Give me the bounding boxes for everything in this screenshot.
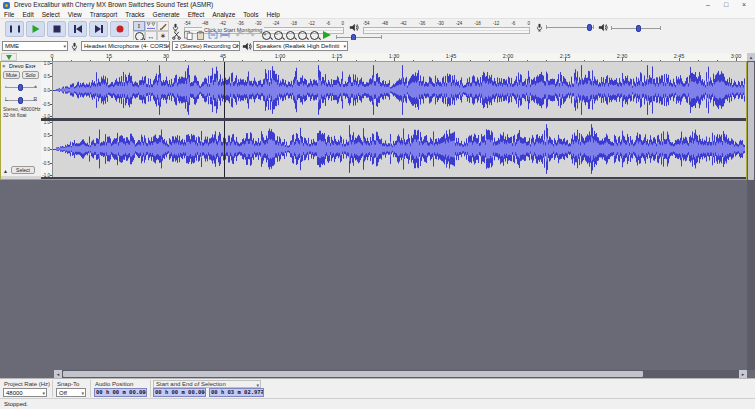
horizontal-scroll-thumb[interactable] bbox=[63, 371, 643, 377]
selection-end-field[interactable]: 00 h 03 m 02.977 s bbox=[209, 388, 264, 397]
project-rate-select[interactable]: 48000 bbox=[3, 388, 47, 397]
timeline-label: 2:15 bbox=[560, 53, 571, 59]
fit-selection-button[interactable] bbox=[284, 30, 296, 40]
zoom-out-button[interactable]: − bbox=[272, 30, 284, 40]
minimize-button[interactable]: – bbox=[700, 0, 716, 10]
gain-slider[interactable]: - + bbox=[5, 87, 37, 88]
skip-to-start-button[interactable] bbox=[68, 21, 87, 37]
scroll-up-icon[interactable]: ▴ bbox=[747, 53, 755, 61]
mixer-mic-icon-wrap bbox=[536, 22, 543, 33]
pause-icon bbox=[10, 26, 20, 33]
play-at-speed-button[interactable] bbox=[323, 31, 331, 39]
selection-start-field[interactable]: 00 h 00 m 00.000 s bbox=[153, 388, 206, 397]
menu-item-file[interactable]: File bbox=[0, 11, 18, 18]
gain-thumb[interactable] bbox=[18, 84, 23, 91]
close-button[interactable]: × bbox=[736, 0, 752, 10]
recording-device-select[interactable]: Headset Microphone (4- CORSAIR bbox=[81, 41, 170, 51]
menu-item-transport[interactable]: Transport bbox=[86, 11, 122, 18]
copy-button[interactable] bbox=[182, 30, 194, 40]
mute-button[interactable]: Mute bbox=[3, 71, 20, 79]
meter-tick-label: -36 bbox=[237, 21, 244, 26]
menu-item-tools[interactable]: Tools bbox=[239, 11, 262, 18]
meter-tick-label: -18 bbox=[474, 21, 481, 26]
paste-icon bbox=[196, 31, 205, 40]
meter-tick-label: -18 bbox=[291, 21, 298, 26]
menu-item-select[interactable]: Select bbox=[38, 11, 64, 18]
menu-item-tracks[interactable]: Tracks bbox=[121, 11, 148, 18]
meter-tick-label: -36 bbox=[419, 21, 426, 26]
playback-meter-speaker-button[interactable] bbox=[349, 23, 360, 33]
timeline-label: 1:45 bbox=[446, 53, 457, 59]
fit-project-button[interactable] bbox=[296, 30, 308, 40]
timeline-label: 1:00 bbox=[275, 53, 286, 59]
vertical-scroll-thumb[interactable] bbox=[748, 62, 754, 180]
waveform-left-channel[interactable] bbox=[53, 62, 746, 118]
menu-item-analyze[interactable]: Analyze bbox=[208, 11, 239, 18]
record-meter-scale: -54-48-42-36-30-24-18-12-60 bbox=[184, 21, 344, 26]
pan-slider[interactable]: L R bbox=[5, 100, 37, 101]
track-select-button[interactable]: Select bbox=[11, 166, 35, 174]
scroll-right-icon[interactable]: ▸ bbox=[739, 370, 747, 378]
horizontal-scrollbar[interactable]: ◂ ▸ bbox=[54, 370, 747, 378]
collapse-track-icon[interactable]: ▲ bbox=[3, 168, 8, 174]
menu-item-edit[interactable]: Edit bbox=[18, 11, 37, 18]
meter-tick-label: -54 bbox=[184, 21, 191, 26]
trim-audio-button[interactable] bbox=[207, 30, 219, 40]
menu-item-generate[interactable]: Generate bbox=[149, 11, 184, 18]
redo-icon: ↷ bbox=[247, 30, 255, 40]
silence-audio-button[interactable] bbox=[219, 30, 231, 40]
recording-volume-thumb[interactable] bbox=[587, 24, 592, 31]
speaker-icon bbox=[349, 23, 359, 32]
maximize-button[interactable]: □ bbox=[718, 0, 734, 10]
recording-volume-slider[interactable] bbox=[546, 27, 594, 28]
audio-position-field[interactable]: 00 h 00 m 00.000 s bbox=[94, 388, 147, 397]
stop-button[interactable] bbox=[47, 21, 66, 37]
timeline-label: 2:30 bbox=[617, 53, 628, 59]
amplitude-tick bbox=[50, 122, 52, 123]
solo-button[interactable]: Solo bbox=[22, 71, 39, 79]
meter-tick-label: -54 bbox=[363, 21, 370, 26]
pinned-playhead-button[interactable] bbox=[1, 53, 17, 61]
zoom-toggle-button[interactable] bbox=[308, 30, 320, 40]
playback-volume-thumb[interactable] bbox=[636, 25, 641, 32]
menu-item-effect[interactable]: Effect bbox=[184, 11, 209, 18]
cut-button[interactable] bbox=[170, 30, 182, 40]
vertical-ruler-left-channel[interactable]: 1.00.50.0-0.5-1.0 bbox=[41, 62, 53, 118]
record-button[interactable] bbox=[110, 21, 129, 37]
redo-button[interactable]: ↷ bbox=[245, 30, 257, 40]
menu-item-help[interactable]: Help bbox=[263, 11, 284, 18]
skip-to-end-button[interactable] bbox=[89, 21, 108, 37]
track-menu-caret-icon[interactable]: ▾ bbox=[33, 63, 36, 69]
recording-channels-select[interactable]: 2 (Stereo) Recording Cha bbox=[172, 41, 240, 51]
pencil-icon bbox=[159, 22, 168, 31]
audacity-logo-icon bbox=[3, 2, 10, 9]
timeline-label: 0 bbox=[50, 53, 53, 59]
draw-tool-button[interactable] bbox=[157, 21, 169, 31]
playback-device-select[interactable]: Speakers (Realtek High Definiti bbox=[253, 41, 348, 51]
track-title[interactable]: Drevo Excal bbox=[9, 63, 33, 69]
timeline-label: 1:15 bbox=[332, 53, 343, 59]
selection-mode-select[interactable]: Start and End of Selection bbox=[153, 380, 261, 388]
playback-volume-slider[interactable] bbox=[611, 28, 661, 29]
envelope-tool-button[interactable] bbox=[145, 21, 157, 31]
play-icon bbox=[32, 25, 39, 33]
menu-item-view[interactable]: View bbox=[64, 11, 86, 18]
track-control-panel: × Drevo Excal ▾ Mute Solo - + L R Stereo… bbox=[1, 62, 42, 176]
vertical-scrollbar[interactable]: ▴ ▾ bbox=[747, 53, 755, 378]
meter-tick-label: -6 bbox=[326, 21, 330, 26]
waveform-right-channel[interactable] bbox=[53, 121, 746, 177]
playback-speed-slider[interactable] bbox=[336, 37, 382, 38]
zoom-in-button[interactable]: + bbox=[260, 30, 272, 40]
paste-button[interactable] bbox=[194, 30, 206, 40]
pause-button[interactable] bbox=[5, 21, 24, 37]
undo-button[interactable]: ↶ bbox=[233, 30, 245, 40]
meter-tick-label: -42 bbox=[400, 21, 407, 26]
vertical-ruler-right-channel[interactable]: 1.00.50.0-0.5-1.0 bbox=[41, 121, 53, 177]
scroll-left-icon[interactable]: ◂ bbox=[54, 370, 62, 378]
track-close-icon[interactable]: × bbox=[2, 63, 9, 69]
snap-to-select[interactable]: Off bbox=[56, 388, 86, 397]
selection-tool-button[interactable]: I bbox=[133, 21, 145, 31]
pan-thumb[interactable] bbox=[18, 97, 23, 104]
play-button[interactable] bbox=[26, 21, 45, 37]
audio-host-select[interactable]: MME bbox=[2, 41, 68, 51]
